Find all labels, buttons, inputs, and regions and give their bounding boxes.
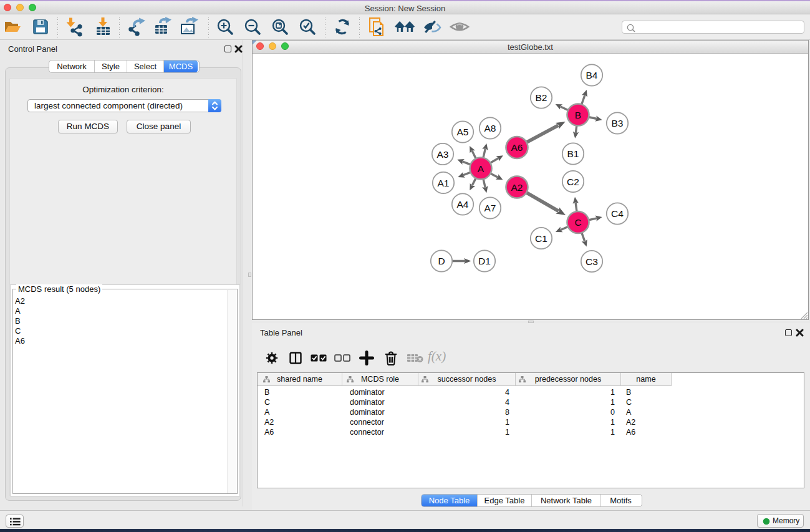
svg-text:A3: A3 — [437, 149, 449, 160]
svg-text:A2: A2 — [511, 182, 523, 193]
svg-text:B: B — [575, 110, 581, 120]
svg-text:B4: B4 — [586, 70, 598, 80]
svg-text:C4: C4 — [611, 208, 624, 219]
svg-text:B2: B2 — [536, 92, 547, 103]
svg-text:C: C — [574, 217, 581, 228]
svg-text:A6: A6 — [511, 142, 523, 153]
svg-text:B3: B3 — [612, 118, 624, 128]
svg-text:A4: A4 — [457, 199, 469, 210]
svg-text:B1: B1 — [567, 148, 579, 159]
svg-text:A1: A1 — [438, 178, 450, 188]
svg-text:A5: A5 — [457, 127, 469, 137]
svg-text:A8: A8 — [485, 123, 496, 133]
svg-text:C1: C1 — [535, 233, 547, 244]
svg-text:A: A — [478, 163, 485, 174]
svg-text:D1: D1 — [478, 256, 491, 266]
svg-text:A7: A7 — [485, 203, 496, 213]
svg-text:D: D — [438, 256, 445, 266]
svg-text:C3: C3 — [586, 256, 598, 267]
svg-text:C2: C2 — [567, 177, 579, 187]
